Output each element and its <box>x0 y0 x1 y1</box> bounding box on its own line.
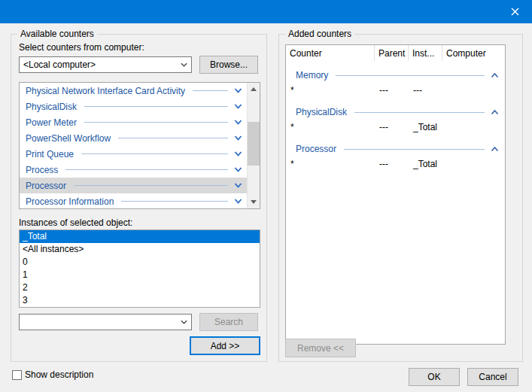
chevron-up-icon[interactable] <box>491 147 499 152</box>
counter-group-name: Processor <box>296 144 336 154</box>
titlebar <box>0 0 532 23</box>
divider <box>193 90 228 91</box>
scroll-down-button[interactable] <box>248 196 260 208</box>
column-header-counter: Counter <box>286 45 375 61</box>
chevron-up-icon[interactable] <box>491 110 499 115</box>
cell-parent: --- <box>375 122 409 132</box>
counter-list-item[interactable]: Physical Network Interface Card Activity <box>20 83 247 99</box>
counter-list-item-selected[interactable]: Processor <box>20 178 247 193</box>
counter-name: Processor <box>26 181 66 191</box>
counter-name: Process <box>26 165 58 175</box>
show-description-label: Show description <box>25 369 93 380</box>
divider <box>336 75 485 76</box>
counter-group-header[interactable]: Memory <box>286 68 505 83</box>
ok-button[interactable]: OK <box>409 368 460 386</box>
cancel-button[interactable]: Cancel <box>467 368 518 386</box>
cell-counter: * <box>286 85 375 96</box>
combo-arrow[interactable] <box>177 315 191 330</box>
divider <box>74 185 228 186</box>
close-button[interactable] <box>497 0 532 23</box>
counter-list-item[interactable]: Processor Information <box>20 193 247 209</box>
add-button-label: Add >> <box>211 341 240 351</box>
divider <box>65 169 228 170</box>
divider <box>354 112 485 113</box>
chevron-down-icon[interactable] <box>234 104 242 109</box>
chevron-down-icon[interactable] <box>234 199 242 204</box>
instances-label: Instances of selected object: <box>19 217 132 228</box>
computer-combobox[interactable]: <Local computer> <box>19 56 192 73</box>
divider <box>118 138 228 138</box>
counter-name: Print Queue <box>26 149 74 160</box>
remove-button[interactable]: Remove << <box>285 339 356 357</box>
available-counters-group: Available counters Select counters from … <box>11 34 267 362</box>
table-row[interactable]: * --- _Total <box>286 120 505 135</box>
instances-list: _Total <All instances> 0 1 2 3 <box>19 229 260 308</box>
cell-instance: --- <box>409 85 442 96</box>
combo-arrow[interactable] <box>177 57 191 72</box>
instance-item[interactable]: <All instances> <box>20 243 260 256</box>
counter-group-header[interactable]: PhysicalDisk <box>286 105 505 120</box>
chevron-down-icon <box>181 320 187 324</box>
counter-list-item[interactable]: PowerShell Workflow <box>20 130 247 146</box>
add-counters-dialog: { "titlebar": { "title": "" }, "availabl… <box>0 0 532 392</box>
divider <box>84 122 228 123</box>
chevron-down-icon[interactable] <box>234 151 242 156</box>
search-button-label: Search <box>214 317 243 327</box>
counter-name: Power Meter <box>26 117 77 128</box>
scroll-up-button[interactable] <box>248 83 260 96</box>
chevron-down-icon[interactable] <box>234 183 242 188</box>
cancel-button-label: Cancel <box>479 372 506 382</box>
ok-button-label: OK <box>427 372 440 382</box>
cell-counter: * <box>286 122 375 132</box>
counter-list-item[interactable]: Power Meter <box>20 114 247 130</box>
cell-counter: * <box>286 159 375 169</box>
add-button[interactable]: Add >> <box>190 336 260 355</box>
browse-button[interactable]: Browse... <box>199 56 258 74</box>
cell-parent: --- <box>375 159 409 169</box>
chevron-up-icon[interactable] <box>491 73 499 78</box>
counter-group-name: PhysicalDisk <box>296 107 347 117</box>
computer-combobox-value: <Local computer> <box>20 59 177 70</box>
instance-item[interactable]: 3 <box>20 294 260 307</box>
chevron-down-icon[interactable] <box>234 88 242 93</box>
search-button[interactable]: Search <box>199 313 258 331</box>
instance-search-combobox[interactable] <box>19 314 192 330</box>
counter-group-name: Memory <box>296 70 328 81</box>
table-header: Counter Parent Inst... Computer <box>286 45 505 61</box>
cell-instance: _Total <box>409 159 442 169</box>
instance-item[interactable]: 1 <box>20 269 260 281</box>
show-description-checkbox[interactable] <box>12 370 22 380</box>
close-icon <box>511 8 519 16</box>
instance-item[interactable]: 0 <box>20 256 260 269</box>
counter-name: Processor Information <box>26 196 114 207</box>
chevron-down-icon[interactable] <box>234 167 242 172</box>
scrollbar-thumb[interactable] <box>248 122 260 166</box>
column-header-parent: Parent <box>375 45 409 61</box>
added-counters-group: Added counters Counter Parent Inst... Co… <box>278 34 523 362</box>
table-row[interactable]: * --- _Total <box>286 156 505 172</box>
counters-list-items: Physical Network Interface Card Activity… <box>20 83 247 208</box>
counter-group-header[interactable]: Processor <box>286 141 505 156</box>
counter-list-item[interactable]: PhysicalDisk <box>20 99 247 114</box>
divider <box>121 201 228 202</box>
available-counters-group-label: Available counters <box>17 29 97 40</box>
added-counters-group-label: Added counters <box>285 29 354 40</box>
divider <box>84 106 228 107</box>
chevron-down-icon <box>181 62 187 67</box>
scroll-up-icon <box>251 87 257 91</box>
instance-item[interactable]: 2 <box>20 281 260 294</box>
table-row[interactable]: * --- --- <box>286 83 505 98</box>
counter-list-item[interactable]: Process <box>20 162 247 178</box>
column-header-instance: Inst... <box>409 45 442 61</box>
counter-name: PhysicalDisk <box>26 102 77 112</box>
chevron-down-icon[interactable] <box>234 120 242 125</box>
counter-list-item[interactable]: Print Queue <box>20 146 247 162</box>
divider <box>81 153 228 154</box>
added-counters-table: Counter Parent Inst... Computer Memory *… <box>285 44 506 345</box>
counters-scrollbar[interactable] <box>247 83 260 208</box>
column-header-computer: Computer <box>442 45 505 61</box>
scroll-down-icon <box>251 200 257 204</box>
chevron-down-icon[interactable] <box>234 135 242 141</box>
cell-parent: --- <box>375 85 409 96</box>
instance-item-selected[interactable]: _Total <box>20 230 260 243</box>
